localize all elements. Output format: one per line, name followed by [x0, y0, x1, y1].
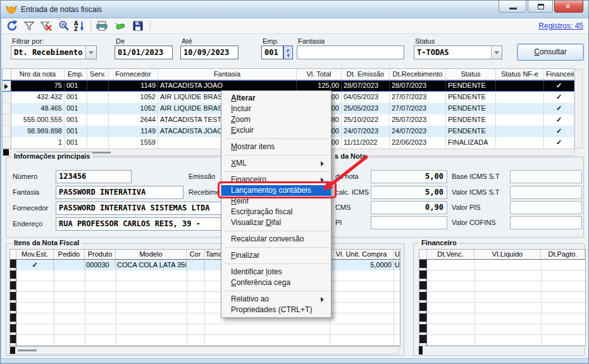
- zoom-icon[interactable]: n: [57, 20, 71, 32]
- column-header[interactable]: Fantasia: [158, 69, 297, 80]
- column-header[interactable]: U: [394, 250, 400, 259]
- panel-title: Financeiro: [419, 239, 459, 246]
- vertical-scrollbar[interactable]: [574, 69, 583, 149]
- column-header[interactable]: Mov.Est.: [16, 250, 54, 259]
- cell: [87, 137, 109, 149]
- filtrar-por-select[interactable]: Dt. Recebimento: [11, 46, 97, 59]
- valor-da-nota-input[interactable]: 5,00: [371, 170, 447, 183]
- de-date-input[interactable]: 01/01/2023: [115, 46, 173, 59]
- cell: 000030: [85, 260, 116, 270]
- valor-cofins-input[interactable]: [510, 216, 582, 229]
- toolbar-separator: [90, 20, 91, 30]
- column-header[interactable]: Dt.Pagto.: [541, 250, 585, 259]
- valor-icms-label: CMS: [335, 203, 350, 211]
- row-indicator: [3, 92, 11, 103]
- status-select[interactable]: T-TODAS: [414, 46, 502, 59]
- fantasia-input[interactable]: [297, 46, 404, 59]
- fornecedor-input[interactable]: PASSWORD INTERATIVA SISTEMAS LTDA: [56, 202, 221, 215]
- emp-input[interactable]: 001: [261, 46, 283, 59]
- cell: [87, 114, 109, 126]
- numero-input[interactable]: 123456: [56, 170, 132, 183]
- menu-item-relativo-ao[interactable]: Relativo ao: [221, 294, 331, 305]
- endereco-input[interactable]: RUA PROFESSOR CARLOS REIS, 39 -: [56, 217, 221, 231]
- cell: 27/07/2023: [390, 92, 446, 103]
- svg-text:n: n: [61, 22, 65, 28]
- endereco-label: Endereço: [13, 220, 42, 228]
- valor-icms-st-input[interactable]: [510, 186, 582, 199]
- financeiro-panel: Financeiro Dt.Venc. Vl.Liquido Dt.Pagto.: [413, 243, 585, 356]
- column-header[interactable]: Dt.Recebimento: [390, 69, 446, 80]
- cell: 24/07/2023: [342, 126, 390, 137]
- column-header[interactable]: Financeiro: [544, 69, 574, 80]
- emp-f4-button[interactable]: F4: [283, 46, 293, 59]
- column-header[interactable]: Vl.Liquido: [474, 250, 541, 259]
- eraser-icon[interactable]: [113, 20, 127, 32]
- ate-label: Até: [182, 37, 192, 45]
- table-row-selected[interactable]: ✓ 000030 COCA COLA LATA 350 ML 5,0000 U: [16, 260, 400, 270]
- clear-filter-icon[interactable]: [39, 20, 53, 32]
- cell: 001: [65, 114, 87, 126]
- chevron-down-icon[interactable]: [85, 46, 96, 59]
- menu-item-propriedades[interactable]: Propriedades (CTRL+T): [221, 305, 331, 315]
- column-header[interactable]: Nro da nota: [11, 69, 65, 80]
- valor-icms-input[interactable]: 0,90: [371, 201, 447, 214]
- column-header[interactable]: Dt. Emissão: [342, 69, 390, 80]
- menu-item-escrituracao-fiscal[interactable]: Escrituração fiscal: [221, 207, 331, 217]
- cell: 432.432: [11, 92, 65, 103]
- column-header[interactable]: Cor: [187, 250, 204, 259]
- column-header[interactable]: Status NF-e: [496, 69, 544, 80]
- status-label: Status: [415, 37, 435, 45]
- menu-item-xml[interactable]: XML: [221, 158, 331, 169]
- cell: 04/05/2023: [342, 92, 390, 103]
- save-icon[interactable]: [131, 20, 145, 32]
- filter-icon[interactable]: [22, 20, 36, 32]
- cell: 75: [11, 81, 65, 91]
- valor-pis-input[interactable]: [510, 201, 582, 214]
- menu-item-excluir[interactable]: Excluir: [221, 125, 331, 136]
- row-indicator: [3, 114, 11, 126]
- consultar-button[interactable]: Consultar: [517, 44, 584, 61]
- registros-link[interactable]: Registros: 45: [538, 21, 583, 30]
- print-icon[interactable]: [95, 20, 109, 32]
- row-indicator: [3, 137, 11, 149]
- ate-date-input[interactable]: 10/09/2023: [180, 46, 239, 59]
- scrollbar-thumb[interactable]: [18, 349, 37, 351]
- menu-item-recalcular-conversao[interactable]: Recalcular conversão: [221, 234, 331, 245]
- column-header[interactable]: Pedido: [54, 250, 85, 259]
- column-header[interactable]: Serv.: [87, 69, 109, 80]
- column-header[interactable]: Fornecedor: [109, 69, 158, 80]
- minimize-button[interactable]: [499, 1, 526, 13]
- cell: 555.000.555: [11, 114, 65, 126]
- sort-icon[interactable]: AZ: [73, 20, 87, 32]
- column-header[interactable]: Status: [446, 69, 496, 80]
- base-calc-icms-input[interactable]: 5,00: [371, 186, 447, 199]
- menu-item-zoom[interactable]: Zoom: [221, 114, 331, 125]
- horizontal-scrollbar[interactable]: [9, 346, 399, 355]
- base-icms-st-input[interactable]: [510, 170, 582, 183]
- menu-item-mostrar-itens[interactable]: Mostrar itens: [221, 142, 331, 152]
- menu-item-alterar[interactable]: Alterar: [221, 93, 331, 104]
- close-button[interactable]: ✕: [554, 1, 583, 13]
- fornecedor-label: Fornecedor: [13, 204, 48, 212]
- menu-item-conferencia-cega[interactable]: Conferência cega: [221, 277, 331, 288]
- cell: [496, 81, 544, 91]
- column-header[interactable]: Vl. Total: [297, 69, 342, 80]
- column-header[interactable]: Produto: [85, 250, 116, 259]
- grid-header-row: Dt.Venc. Vl.Liquido Dt.Pagto.: [419, 250, 585, 260]
- valor-ipi-input[interactable]: [371, 216, 447, 229]
- menu-item-identificar-lotes[interactable]: Identificar lotes: [221, 267, 331, 277]
- refresh-icon[interactable]: [5, 20, 19, 32]
- menu-item-incluir[interactable]: Incluir: [221, 104, 331, 114]
- cell: 22/06/2023: [390, 137, 446, 149]
- fantasia-info-input[interactable]: PASSWORD INTERATIVA: [56, 186, 183, 199]
- chevron-down-icon[interactable]: [491, 46, 502, 59]
- column-header[interactable]: Vl. Unit. Compra: [330, 250, 394, 259]
- maximize-button[interactable]: [528, 1, 553, 13]
- column-header[interactable]: Emp.: [65, 69, 87, 80]
- menu-item-visualizar-difal[interactable]: Visualizar Difal: [221, 217, 331, 228]
- grid-body: [419, 260, 585, 346]
- menu-item-finalizar[interactable]: Finalizar: [221, 250, 331, 261]
- column-header[interactable]: Dt.Venc.: [427, 250, 474, 259]
- column-header[interactable]: Modelo: [116, 250, 187, 259]
- valor-cofins-label: Valor COFINS: [452, 219, 495, 226]
